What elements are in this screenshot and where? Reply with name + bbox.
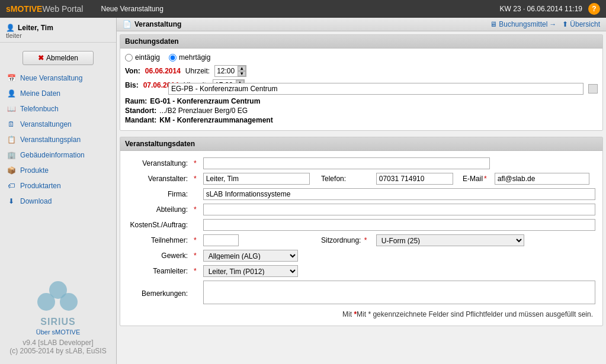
kostenstelle-input[interactable] — [203, 219, 595, 231]
buchungsmittel-icon: 🖥 — [490, 20, 497, 28]
firma-label: Firma: — [125, 186, 190, 202]
von-time-down[interactable]: ▼ — [238, 71, 246, 76]
von-time-up[interactable]: ▲ — [238, 66, 246, 71]
sidebar-item-veranstaltungsplan[interactable]: 📋 Veranstaltungsplan — [0, 132, 116, 147]
table-row: Abteilung: * — [125, 202, 598, 217]
about-link[interactable]: Über sMOTIVE — [36, 328, 81, 336]
sidebar-item-download[interactable]: ⬇ Download — [0, 194, 116, 209]
gewerk-label: Gewerk: — [125, 248, 190, 263]
gewerk-select[interactable]: Allgemein (ALG) — [203, 250, 298, 262]
standort-label: Standort: — [125, 107, 156, 115]
logo-highlight: sMOTIVE — [6, 4, 42, 14]
abteilung-input[interactable] — [203, 204, 595, 215]
user-icon: 👤 — [6, 24, 15, 32]
download-icon: ⬇ — [6, 196, 17, 207]
box-icon: 📦 — [6, 165, 17, 176]
von-row: Von: 06.06.2014 Uhrzeit: ▲ ▼ — [125, 65, 598, 77]
building-icon: 🏢 — [6, 150, 17, 160]
section-nav: 🖥 Buchungsmittel → ⬆ Übersicht — [490, 20, 600, 28]
veranstaltungsdaten-body: Veranstaltung: * Veranstalter: * — [120, 151, 602, 326]
telefon-input[interactable] — [376, 173, 453, 185]
main-content: 📄 Veranstaltung 🖥 Buchungsmittel → ⬆ Übe… — [117, 18, 606, 364]
radio-eintaegig-label[interactable]: eintägig — [125, 53, 160, 62]
buchungsdaten-panel: Buchungsdaten eintägig mehrtägig Von: — [120, 34, 603, 131]
table-row: Gewerk: * Allgemein (ALG) — [125, 248, 598, 263]
teamleiter-required: * — [190, 263, 201, 279]
firma-input[interactable] — [203, 188, 595, 200]
calendar-icon: 🗓 — [6, 119, 17, 130]
calendar-grid-icon: 📋 — [6, 134, 17, 145]
section-title: 📄 Veranstaltung — [123, 20, 181, 28]
teilnehmer-input[interactable] — [203, 234, 239, 246]
table-row: Veranstaltung: * — [125, 156, 598, 171]
veranstalter-label: Veranstalter: — [125, 171, 190, 186]
ubersicht-icon: ⬆ — [562, 20, 568, 28]
sidebar-item-meine-daten[interactable]: 👤 Meine Daten — [0, 86, 116, 101]
user-info: 👤 Leiter, Tim tleiter — [0, 21, 116, 43]
veranstaltung-input[interactable] — [203, 157, 490, 169]
mandant-label: Mandant: — [125, 116, 156, 124]
email-input[interactable] — [495, 173, 589, 185]
mandant-value: KM - Konferenzraummanagement — [159, 116, 272, 124]
sidebar-item-gebaeudeinfo[interactable]: 🏢 Gebäudeinformation — [0, 147, 116, 163]
teilnehmer-required: * — [190, 233, 201, 248]
buchungsmittel-link[interactable]: 🖥 Buchungsmittel → — [490, 20, 556, 28]
table-row: Firma: — [125, 186, 598, 202]
ubersicht-link[interactable]: ⬆ Übersicht — [562, 20, 600, 28]
app-header: sMOTIVE Web Portal Neue Veranstaltung KW… — [0, 0, 606, 18]
mandant-row: Mandant: KM - Konferenzraummanagement — [125, 116, 598, 124]
table-row: Bemerkungen: — [125, 279, 598, 308]
sitzordnung-select[interactable]: U-Form (25) Reihe Parlament — [376, 234, 524, 246]
veranstaltung-label: Veranstaltung: — [125, 156, 190, 171]
veranstalter-input[interactable] — [203, 173, 310, 185]
calendar-plus-icon: 📅 — [6, 73, 17, 83]
teamleiter-label: Teamleiter: — [125, 263, 190, 279]
table-row: KostenSt./Auftrag: — [125, 217, 598, 233]
version-text: v9.4 [sLAB Developer] (c) 2005-2014 by s… — [9, 339, 106, 355]
table-row: Teamleiter: * Leiter, Tim (P012) — [125, 263, 598, 279]
arrow-right-icon: → — [549, 20, 556, 28]
produkt-value-field[interactable] — [168, 83, 583, 95]
veranstaltungsdaten-panel: Veranstaltungsdaten Veranstaltung: * — [120, 137, 603, 326]
sitzordnung-label: Sitzordnung: — [321, 236, 361, 244]
abteilung-required: * — [190, 202, 201, 217]
sidebar-item-telefonbuch[interactable]: 📖 Telefonbuch — [0, 101, 116, 117]
sidebar-item-produktarten[interactable]: 🏷 Produktarten — [0, 178, 116, 194]
phone-book-icon: 📖 — [6, 104, 17, 114]
table-row: Veranstalter: * Telefon: — [125, 171, 598, 186]
von-label: Von: — [125, 67, 140, 75]
header-datetime: KW 23 · 06.06.2014 11:19 — [500, 5, 582, 13]
von-time-spinner: ▲ ▼ — [238, 66, 246, 76]
teilnehmer-label: Teilnehmer: — [125, 233, 190, 248]
bis-label: Bis: — [125, 81, 139, 89]
radio-mehrtaegig[interactable] — [169, 54, 177, 62]
produkt-value-row — [125, 83, 598, 95]
telefon-label: Telefon: — [321, 175, 346, 183]
radio-eintaegig[interactable] — [125, 54, 133, 62]
sidebar-item-neue-veranstaltung[interactable]: 📅 Neue Veranstaltung — [0, 70, 116, 86]
page-title: Neue Veranstaltung — [101, 5, 499, 13]
sidebar: 👤 Leiter, Tim tleiter ✖ Abmelden 📅 Neue … — [0, 18, 117, 364]
logout-button[interactable]: ✖ Abmelden — [23, 51, 94, 65]
x-icon: ✖ — [38, 54, 44, 62]
person-icon: 👤 — [6, 88, 17, 99]
produkt-browse-btn2[interactable] — [588, 84, 598, 94]
radio-mehrtaegig-label[interactable]: mehrtägig — [169, 53, 210, 62]
info-grid: Raum: EG-01 - Konferenzraum Centrum Stan… — [125, 97, 598, 124]
von-time-field[interactable] — [215, 66, 238, 76]
raum-value: EG-01 - Konferenzraum Centrum — [150, 97, 260, 105]
table-row: Teilnehmer: * Sitzordnung: * — [125, 233, 598, 248]
veranstalter-required: * — [190, 171, 201, 186]
teamleiter-select[interactable]: Leiter, Tim (P012) — [203, 265, 298, 277]
pflicht-hint: Mit *Mit * gekennzeichnete Felder sind P… — [125, 308, 598, 321]
uhrzeit-label-von: Uhrzeit: — [185, 67, 210, 75]
help-button[interactable]: ? — [588, 3, 600, 15]
buchungsdaten-body: eintägig mehrtägig Von: 06.06.2014 Uhrze… — [120, 49, 602, 130]
tag-icon: 🏷 — [6, 181, 17, 191]
bemerkungen-input[interactable] — [203, 281, 595, 304]
sidebar-item-produkte[interactable]: 📦 Produkte — [0, 163, 116, 178]
von-time-input[interactable]: ▲ ▼ — [214, 65, 246, 77]
radio-row: eintägig mehrtägig — [125, 53, 598, 62]
user-sub: tleiter — [6, 32, 110, 39]
sidebar-item-veranstaltungen[interactable]: 🗓 Veranstaltungen — [0, 117, 116, 132]
